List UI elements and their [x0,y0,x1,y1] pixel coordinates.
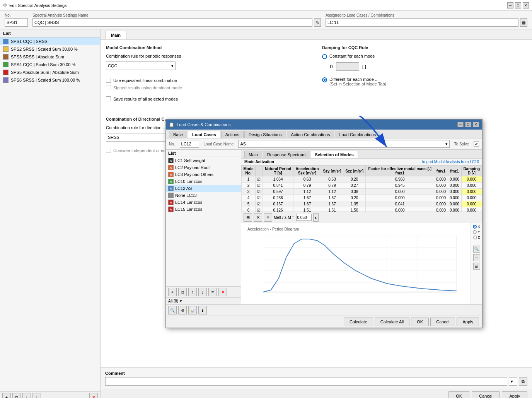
d-value-input[interactable] [336,62,359,71]
edit-name-btn[interactable]: ✎ [314,18,321,27]
modal-tab-load-combo[interactable]: Load Combinations [335,131,380,138]
meff-input[interactable] [296,214,312,221]
row5-fmz: 0.000 [448,201,461,207]
lc-delete-btn[interactable]: ✕ [218,288,227,296]
cancel-button[interactable]: Cancel [472,391,500,398]
chart-toolbar-btn3[interactable]: M [264,213,272,222]
lc-up-btn[interactable]: ↑ [188,288,197,296]
modal-tab-load-cases[interactable]: Load Cases [188,131,220,138]
modal-lc1[interactable]: A LC1 Self-weight [166,157,241,164]
save-checkbox[interactable] [106,96,111,101]
equiv-checkbox[interactable] [106,78,111,83]
no-input[interactable] [5,18,28,27]
modal-name-dropdown[interactable]: ▾ [445,142,448,147]
lc-copy-btn[interactable]: ⧉ [178,288,187,296]
modal-lc3[interactable]: A LC3 Payload Others [166,171,241,178]
modal-lc13[interactable]: None LC13 [166,192,241,199]
copy-btn[interactable]: ⧉ [12,393,21,398]
modal-lc2[interactable]: A LC2 Payload Roof [166,164,241,171]
close-btn[interactable]: ✕ [523,2,529,9]
row5-check[interactable]: ☑ [256,201,263,207]
row3-check[interactable]: ☑ [256,189,263,195]
modal-apply-btn[interactable]: Apply [457,318,479,326]
modal-lc14[interactable]: A LC14 Lanzcos [166,199,241,206]
row4-check[interactable]: ☑ [256,195,263,201]
modal-maximize-btn[interactable]: □ [465,122,471,127]
assigned-grid-btn[interactable]: ▦ [520,18,527,27]
chart-toolbar-btn1[interactable]: ⊞ [244,213,252,222]
independent-checkbox[interactable] [106,148,111,153]
export-btn[interactable]: ↑ [32,393,41,398]
delete-btn[interactable]: ✕ [89,393,98,398]
modal-no-input[interactable] [180,140,199,148]
combo-dropdown[interactable]: CQC ▾ [106,61,176,70]
modal-tool4-btn[interactable]: ℹ [198,306,207,314]
signed-checkbox[interactable] [106,85,111,90]
add-btn[interactable]: + [2,393,11,398]
modal-tab-base[interactable]: Base [169,131,187,138]
modal-calculate-btn[interactable]: Calculate [344,318,373,326]
sidebar-item-sps2[interactable]: SPS2 SRSS | Scaled Sum 30.00 % [0,45,100,53]
modal-tab-action-combo[interactable]: Action Combinations [287,131,334,138]
row4-d[interactable]: 0.000 [461,195,482,201]
apply-button[interactable]: Apply [502,391,527,398]
row2-d[interactable]: 0.000 [461,183,482,189]
comment-input[interactable] [105,377,507,386]
row5-d[interactable]: 0.000 [461,201,482,207]
chart-pan-btn[interactable]: ↔ [473,254,480,261]
inner-tab-response[interactable]: Response Spectrum [263,151,310,158]
modal-minimize-btn[interactable]: ─ [457,122,464,127]
ok-button[interactable]: OK [448,391,469,398]
row3-d[interactable]: 0.000 [461,189,482,195]
different-radio[interactable] [322,77,327,82]
row1-d[interactable]: 0.000 [461,176,482,183]
row6-check[interactable]: ☑ [256,207,263,212]
inner-tab-selection[interactable]: Selection of Modes [311,151,358,158]
modal-tosolve-checkbox[interactable]: ✔ [474,141,479,147]
modal-tab-actions[interactable]: Actions [221,131,244,138]
sidebar-item-sps4[interactable]: SPS4 CQC | Scaled Sum 30.00 % [0,61,100,68]
tab-main[interactable]: Main [105,31,126,39]
sidebar-item-sps1[interactable]: SPS1 CQC | SRSS [0,38,100,45]
comment-extra-btn[interactable]: ⧉ [519,377,527,386]
chart-toolbar-btn2[interactable]: ✕ [254,213,262,222]
modal-tab-design[interactable]: Design Situations [244,131,286,138]
directional-dropdown[interactable]: SRSS ▾ [106,133,176,142]
minimize-btn[interactable]: ─ [507,2,513,9]
inner-tab-main[interactable]: Main [244,151,262,158]
radio-z[interactable] [473,236,477,239]
lc-sort-btn[interactable]: ≡ [208,288,217,296]
modal-lc12[interactable]: A LC12 AS [166,185,241,192]
meff-spin-up[interactable]: ▲ [313,213,319,222]
modal-tool2-btn[interactable]: ⚙ [178,306,187,314]
row2-check[interactable]: ☑ [256,183,263,189]
radio-x[interactable] [473,225,477,229]
modal-close-btn[interactable]: ✕ [473,122,479,127]
assigned-input[interactable] [326,18,518,27]
name-input[interactable] [32,18,312,27]
modal-ok-btn[interactable]: OK [411,318,429,326]
modal-search-btn[interactable]: 🔍 [168,306,177,314]
modal-tool3-btn[interactable]: 📊 [188,306,197,314]
radio-y[interactable] [473,230,477,234]
constant-radio[interactable] [322,54,327,59]
import-modal-link[interactable]: Import Modal Analysis from LC10 [422,160,479,164]
lc-add-btn[interactable]: + [168,288,177,296]
import-btn[interactable]: ↓ [22,393,31,398]
modal-calculate-all-btn[interactable]: Calculate All [375,318,410,326]
sidebar-item-sps6[interactable]: SPS6 SRSS | Scaled Sum 100.00 % [0,76,100,84]
modal-lc10[interactable]: A LC10 Lanzcos [166,178,241,185]
chart-print-btn[interactable]: 🖨 [473,263,480,270]
filter-dropdown[interactable]: ▾ [180,299,182,304]
comment-dropdown[interactable]: ▾ [509,377,517,386]
chart-zoom-btn[interactable]: 🔍 [473,246,480,253]
lc-down-btn[interactable]: ↓ [198,288,207,296]
modal-cancel-btn[interactable]: Cancel [430,318,455,326]
row1-check[interactable]: ☑ [256,176,263,183]
row6-d[interactable]: 0.000 [461,207,482,212]
table-row: 1 ☑ 1.064 0.63 0.63 0.20 0.968 0.000 0.0… [242,176,482,183]
maximize-btn[interactable]: □ [515,2,521,9]
sidebar-item-sps3[interactable]: SPS3 SRSS | Absolute Sum [0,53,100,61]
sidebar-item-sps5[interactable]: SPS5 Absolute Sum | Absolute Sum [0,68,100,76]
modal-lc15[interactable]: A LC15 Lanzcos [166,206,241,213]
